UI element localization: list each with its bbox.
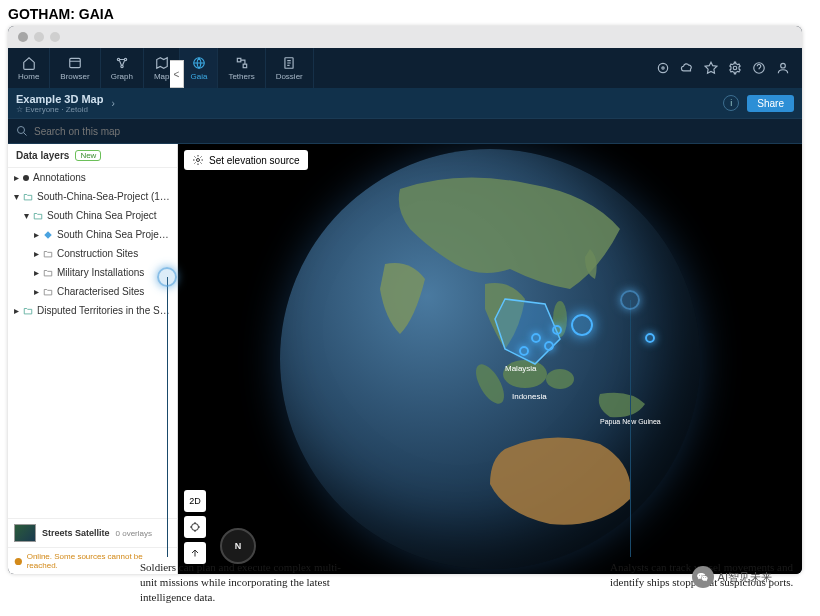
svg-point-20 xyxy=(192,524,199,531)
map-marker[interactable] xyxy=(531,333,541,343)
basemap-selector[interactable]: Streets Satellite 0 overlays xyxy=(8,518,177,547)
folder-icon xyxy=(23,192,33,202)
new-badge[interactable]: New xyxy=(75,150,101,161)
set-elevation-label: Set elevation source xyxy=(209,155,300,166)
set-elevation-button[interactable]: Set elevation source xyxy=(184,150,308,170)
layer-scs-misc[interactable]: ▸ South China Sea Project (Misc) xyxy=(8,225,177,244)
target-icon[interactable] xyxy=(656,61,670,75)
sidebar-heading: Data layers New xyxy=(8,144,177,168)
layer-label: Disputed Territories in the South China … xyxy=(37,305,171,316)
window-titlebar xyxy=(8,26,802,48)
compass-label: N xyxy=(235,541,242,551)
tab-label: Home xyxy=(18,72,39,81)
notification-icon[interactable] xyxy=(704,61,718,75)
header-actions xyxy=(656,61,802,75)
watermark: AI智见未来 xyxy=(692,566,772,588)
help-icon[interactable] xyxy=(752,61,766,75)
layer-characterised[interactable]: ▸ Characterised Sites xyxy=(8,282,177,301)
sidebar: Data layers New ▸ Annotations ▾ South-Ch… xyxy=(8,144,178,574)
cloud-icon[interactable] xyxy=(680,61,694,75)
graph-icon xyxy=(115,56,129,70)
map-canvas[interactable]: Set elevation source xyxy=(178,144,802,574)
callout-line-right xyxy=(630,300,631,557)
tab-label: Tethers xyxy=(228,72,254,81)
layer-disputed[interactable]: ▸ Disputed Territories in the South Chin… xyxy=(8,301,177,320)
svg-point-14 xyxy=(15,557,22,564)
folder-icon xyxy=(23,306,33,316)
map-marker[interactable] xyxy=(571,314,593,336)
svg-rect-6 xyxy=(243,64,247,67)
view-mode-button[interactable]: 2D xyxy=(184,490,206,512)
wechat-icon xyxy=(692,566,714,588)
chevron-down-icon: ▾ xyxy=(14,191,19,202)
chevron-right-icon: ▸ xyxy=(14,305,19,316)
svg-point-1 xyxy=(117,58,119,60)
map-marker[interactable] xyxy=(544,341,554,351)
tab-gaia[interactable]: Gaia xyxy=(180,48,218,88)
tab-label: Browser xyxy=(60,72,89,81)
svg-point-12 xyxy=(781,63,786,68)
layer-construction[interactable]: ▸ Construction Sites xyxy=(8,244,177,263)
svg-rect-0 xyxy=(70,58,81,67)
tab-browser[interactable]: Browser xyxy=(50,48,100,88)
breadcrumb-bar: Example 3D Map ☆ Everyone · Zetoid › i S… xyxy=(8,88,802,118)
folder-icon xyxy=(43,268,53,278)
sidebar-heading-label: Data layers xyxy=(16,150,69,161)
svg-point-10 xyxy=(733,66,737,70)
layer-scs-kmz[interactable]: ▾ South-China-Sea-Project (1).kmz xyxy=(8,187,177,206)
tab-graph[interactable]: Graph xyxy=(101,48,144,88)
gear-icon xyxy=(192,154,204,166)
map-marker[interactable] xyxy=(552,325,562,335)
map-marker[interactable] xyxy=(519,346,529,356)
map-icon xyxy=(155,56,169,70)
user-icon[interactable] xyxy=(776,61,790,75)
warning-icon xyxy=(14,557,23,566)
globe-icon xyxy=(192,56,206,70)
page-title: GOTHAM: GAIA xyxy=(0,0,820,26)
tab-label: Gaia xyxy=(190,72,207,81)
bullet-icon xyxy=(23,175,29,181)
layer-annotations[interactable]: ▸ Annotations xyxy=(8,168,177,187)
info-button[interactable]: i xyxy=(723,95,739,111)
globe[interactable]: Malaysia Indonesia Papua New Guinea xyxy=(280,149,700,569)
chevron-right-icon[interactable]: › xyxy=(111,98,114,109)
workspace: Data layers New ▸ Annotations ▾ South-Ch… xyxy=(8,144,802,574)
country-label: Malaysia xyxy=(505,364,537,373)
tab-home[interactable]: Home xyxy=(8,48,50,88)
svg-rect-5 xyxy=(237,58,241,62)
callout-left: Soldiers can plan and execute complex mu… xyxy=(140,560,350,605)
map-marker[interactable] xyxy=(645,333,655,343)
share-button[interactable]: Share xyxy=(747,95,794,112)
breadcrumb: Example 3D Map ☆ Everyone · Zetoid xyxy=(16,93,103,114)
locate-button[interactable] xyxy=(184,516,206,538)
tab-dossier[interactable]: Dossier xyxy=(266,48,314,88)
svg-point-17 xyxy=(470,360,509,408)
compass[interactable]: N xyxy=(220,528,256,564)
callout-origin-left xyxy=(157,267,177,287)
tab-tethers[interactable]: Tethers xyxy=(218,48,265,88)
search-input[interactable] xyxy=(34,126,794,137)
chevron-right-icon: ▸ xyxy=(34,286,39,297)
callout-line-left xyxy=(167,277,168,557)
locate-icon xyxy=(189,521,201,533)
chevron-right-icon: ▸ xyxy=(34,229,39,240)
gear-icon[interactable] xyxy=(728,61,742,75)
min-dot[interactable] xyxy=(34,32,44,42)
layer-label: Annotations xyxy=(33,172,86,183)
basemap-overlays: 0 overlays xyxy=(116,529,152,538)
header-tabs: Home Browser Graph Map Gaia Tethers Doss… xyxy=(8,48,314,88)
layer-label: South China Sea Project (Misc) xyxy=(57,229,171,240)
folder-icon xyxy=(33,211,43,221)
svg-point-2 xyxy=(124,58,126,60)
tab-label: Graph xyxy=(111,72,133,81)
country-label: Indonesia xyxy=(512,392,547,401)
max-dot[interactable] xyxy=(50,32,60,42)
layer-scs-project[interactable]: ▾ South China Sea Project xyxy=(8,206,177,225)
callout-origin-right xyxy=(620,290,640,310)
folder-icon xyxy=(43,287,53,297)
upload-icon xyxy=(189,547,201,559)
tab-label: Map xyxy=(154,72,170,81)
collapse-sidebar-button[interactable]: < xyxy=(170,60,184,88)
layer-military[interactable]: ▸ Military Installations xyxy=(8,263,177,282)
close-dot[interactable] xyxy=(18,32,28,42)
